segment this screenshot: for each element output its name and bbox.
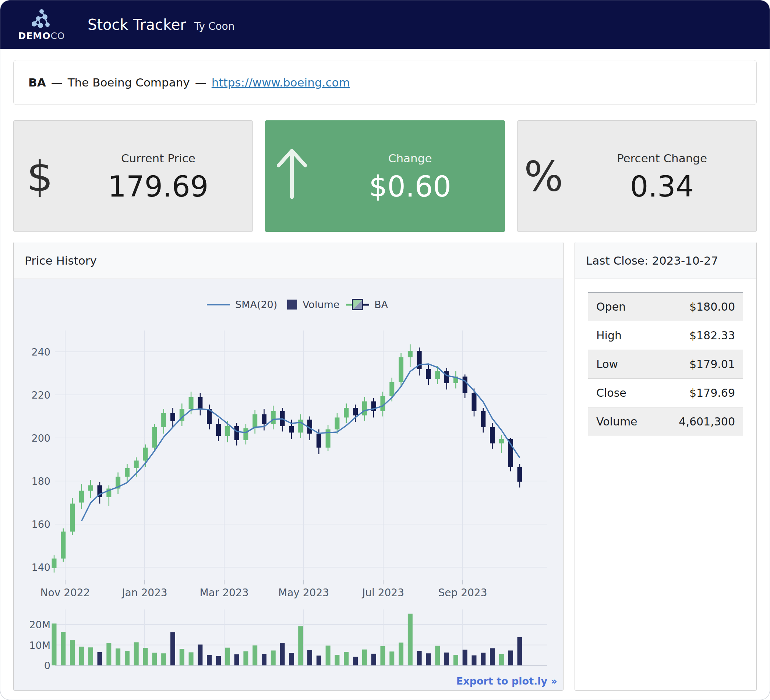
svg-text:0: 0 — [44, 660, 50, 671]
current-price-text: Current Price 179.69 — [64, 121, 252, 231]
volume-bar — [152, 653, 157, 665]
stat-value: 179.69 — [108, 172, 208, 201]
page-subtitle: Ty Coon — [194, 20, 235, 32]
row-label: High — [588, 321, 657, 350]
volume-bar — [289, 653, 294, 665]
svg-text:180: 180 — [31, 475, 50, 487]
volume-bar — [463, 650, 467, 665]
candle — [380, 396, 385, 411]
ticker-symbol: BA — [28, 76, 46, 89]
volume-bar — [317, 655, 321, 665]
candle — [471, 393, 476, 411]
volume-bar — [170, 632, 175, 665]
company-name: The Boeing Company — [68, 76, 190, 89]
last-close-header: Last Close: 2023-10-27 — [575, 242, 756, 279]
volume-bar — [307, 650, 312, 665]
table-row: Low$179.01 — [588, 350, 743, 379]
volume-bar — [125, 651, 129, 665]
volume-bar — [444, 653, 449, 665]
volume-bar — [52, 624, 57, 665]
volume-bar — [408, 614, 412, 665]
company-website-link[interactable]: https://www.boeing.com — [212, 76, 350, 89]
separator-dash: — — [195, 76, 207, 89]
y-axis-labels: 24022020018016014020M10M0 — [29, 346, 50, 671]
volume-bar — [161, 653, 166, 665]
current-price-card: $ Current Price 179.69 — [13, 120, 253, 232]
candle — [88, 485, 93, 491]
percent-change-card: % Percent Change 0.34 — [517, 120, 757, 232]
volume-bar — [116, 648, 120, 665]
ohlc-table: Open$180.00High$182.33Low$179.01Close$17… — [588, 292, 743, 436]
legend-candle-glyph — [346, 299, 369, 309]
row-value: $179.69 — [657, 379, 743, 407]
percent-change-text: Percent Change 0.34 — [568, 121, 756, 231]
svg-text:20M: 20M — [29, 619, 50, 630]
legend-volume-swatch — [287, 299, 297, 309]
volume-bar — [79, 647, 84, 665]
candle — [52, 559, 57, 568]
candle — [152, 427, 157, 448]
separator-dash: — — [51, 76, 63, 89]
stat-label: Percent Change — [617, 152, 707, 165]
volume-bar — [518, 637, 522, 665]
volume-bar — [143, 648, 148, 665]
volume-bar — [335, 655, 340, 665]
candle — [70, 503, 75, 532]
row-value: $180.00 — [657, 293, 743, 321]
candle — [243, 428, 248, 440]
volume-bar — [70, 640, 75, 665]
svg-text:Volume: Volume — [302, 299, 340, 310]
stat-value: $0.60 — [369, 172, 451, 201]
volume-bar — [271, 650, 276, 665]
svg-text:220: 220 — [31, 390, 50, 401]
candle — [317, 433, 321, 448]
logo-word-bold: DEMO — [18, 31, 50, 41]
svg-text:BA: BA — [374, 299, 388, 310]
volume-bar — [362, 650, 367, 665]
chart-legend: SMA(20)VolumeBA — [207, 299, 388, 310]
volume-bar — [417, 651, 422, 665]
molecule-logo-icon — [29, 8, 54, 30]
svg-text:240: 240 — [31, 346, 50, 358]
candle — [408, 351, 412, 357]
volume-bar — [481, 653, 485, 665]
table-row: High$182.33 — [588, 321, 743, 350]
row-label: Volume — [588, 407, 657, 436]
stat-label: Current Price — [121, 152, 196, 165]
volume-bar — [180, 649, 184, 665]
volume-bar — [326, 645, 330, 665]
volume-bar — [207, 655, 212, 665]
candle — [426, 369, 430, 379]
candle — [298, 420, 303, 432]
volume-bar — [353, 657, 358, 665]
candle — [216, 424, 221, 436]
dollar-icon: $ — [27, 156, 53, 197]
candle — [444, 371, 449, 383]
svg-text:Nov 2022: Nov 2022 — [40, 587, 90, 599]
logo-word-light: CO — [50, 31, 65, 41]
svg-text:SMA(20): SMA(20) — [235, 299, 277, 310]
volume-bar — [225, 648, 230, 665]
svg-text:Mar 2023: Mar 2023 — [200, 587, 249, 599]
candle — [289, 426, 294, 433]
price-history-header: Price History — [14, 242, 563, 279]
volume-bar — [280, 643, 285, 665]
volume-bar — [216, 656, 221, 665]
svg-text:May 2023: May 2023 — [278, 587, 329, 599]
grid-lines — [55, 330, 547, 665]
volume-bar — [88, 647, 93, 665]
percent-icon: % — [524, 156, 563, 197]
app-header: DEMOCO Stock Tracker Ty Coon — [0, 0, 770, 49]
volume-bar — [61, 632, 66, 665]
candle — [362, 401, 367, 415]
svg-text:140: 140 — [31, 562, 50, 573]
candle — [134, 461, 139, 468]
svg-text:Jul 2023: Jul 2023 — [361, 587, 404, 599]
stat-value: 0.34 — [630, 172, 694, 201]
candle — [189, 397, 194, 409]
volume-bar — [471, 655, 476, 665]
stats-row: $ Current Price 179.69 Change $0.60 — [13, 120, 757, 232]
volume-bar — [97, 652, 102, 665]
volume-bar — [298, 626, 303, 665]
export-link[interactable]: Export to plot.ly » — [456, 675, 557, 687]
